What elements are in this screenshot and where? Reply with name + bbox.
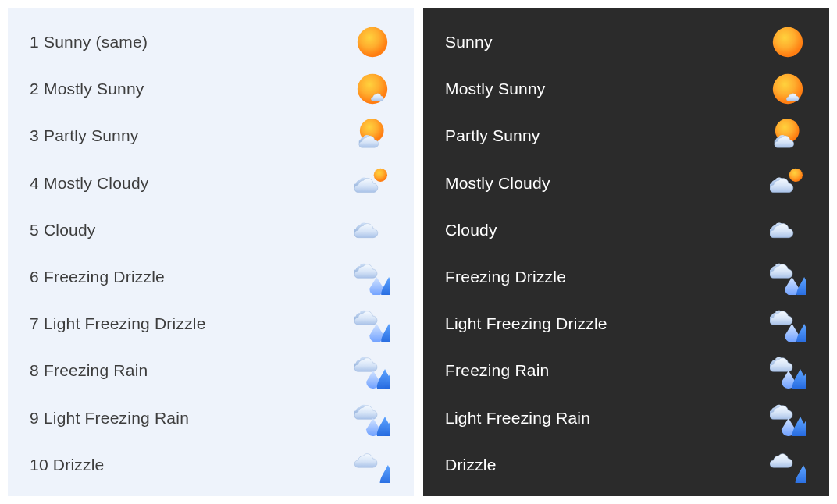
freezing-rain-icon (353, 399, 392, 438)
list-item: 3 Partly Sunny (30, 114, 392, 158)
weather-label: Cloudy (445, 221, 497, 240)
mostly-cloudy-icon (353, 164, 392, 203)
freezing-rain-icon (768, 399, 807, 438)
weather-label: 6 Freezing Drizzle (30, 268, 165, 286)
weather-label: Partly Sunny (445, 126, 540, 145)
weather-label: 8 Freezing Rain (30, 361, 148, 380)
partly-sunny-icon (768, 116, 807, 155)
freezing-drizzle-icon (353, 257, 392, 296)
weather-label: 10 Drizzle (30, 456, 104, 474)
weather-label: 9 Light Freezing Rain (30, 409, 189, 428)
list-item: Sunny (445, 20, 807, 64)
mostly-cloudy-icon (768, 164, 807, 203)
weather-icons-comparison: 1 Sunny (same) 2 Mostly Sunny 3 Partly S… (0, 0, 837, 504)
sunny-icon (768, 23, 807, 62)
weather-label: 1 Sunny (same) (30, 33, 148, 51)
partly-sunny-icon (353, 116, 392, 155)
weather-label: Freezing Drizzle (445, 268, 566, 286)
list-item: 8 Freezing Rain (30, 349, 392, 392)
list-item: 4 Mostly Cloudy (30, 161, 392, 205)
weather-label: Mostly Sunny (445, 80, 546, 98)
list-item: 2 Mostly Sunny (30, 67, 392, 111)
list-item: Cloudy (445, 208, 807, 252)
freezing-rain-icon (353, 351, 392, 390)
weather-label: Sunny (445, 33, 493, 51)
weather-label: 7 Light Freezing Drizzle (30, 314, 206, 333)
mostly-sunny-icon (353, 69, 392, 108)
list-item: Freezing Rain (445, 349, 807, 392)
panel-light-theme: 1 Sunny (same) 2 Mostly Sunny 3 Partly S… (8, 8, 414, 496)
drizzle-icon (353, 445, 392, 484)
list-item: 10 Drizzle (30, 443, 392, 487)
list-item: Freezing Drizzle (445, 255, 807, 299)
panel-dark-theme: Sunny Mostly Sunny Partly Sunny Mostly C… (423, 8, 829, 496)
weather-label: Light Freezing Rain (445, 409, 590, 428)
list-item: 5 Cloudy (30, 208, 392, 252)
drizzle-icon (768, 445, 807, 484)
weather-label: 3 Partly Sunny (30, 126, 139, 145)
list-item: Drizzle (445, 443, 807, 487)
list-item: Light Freezing Rain (445, 396, 807, 440)
weather-label: Light Freezing Drizzle (445, 314, 607, 333)
weather-label: 2 Mostly Sunny (30, 80, 144, 98)
weather-label: Drizzle (445, 456, 497, 474)
list-item: Mostly Cloudy (445, 161, 807, 205)
freezing-rain-icon (768, 351, 807, 390)
weather-label: 5 Cloudy (30, 221, 96, 240)
freezing-drizzle-icon (768, 304, 807, 343)
weather-label: Freezing Rain (445, 361, 549, 380)
list-item: Light Freezing Drizzle (445, 302, 807, 346)
list-item: Partly Sunny (445, 114, 807, 158)
mostly-sunny-icon (768, 69, 807, 108)
weather-label: 4 Mostly Cloudy (30, 174, 149, 193)
list-item: 6 Freezing Drizzle (30, 255, 392, 299)
freezing-drizzle-icon (768, 257, 807, 296)
cloudy-icon (768, 211, 807, 250)
sunny-icon (353, 23, 392, 62)
weather-label: Mostly Cloudy (445, 174, 550, 193)
list-item: 1 Sunny (same) (30, 20, 392, 64)
list-item: 9 Light Freezing Rain (30, 396, 392, 440)
freezing-drizzle-icon (353, 304, 392, 343)
cloudy-icon (353, 211, 392, 250)
list-item: Mostly Sunny (445, 67, 807, 111)
list-item: 7 Light Freezing Drizzle (30, 302, 392, 346)
